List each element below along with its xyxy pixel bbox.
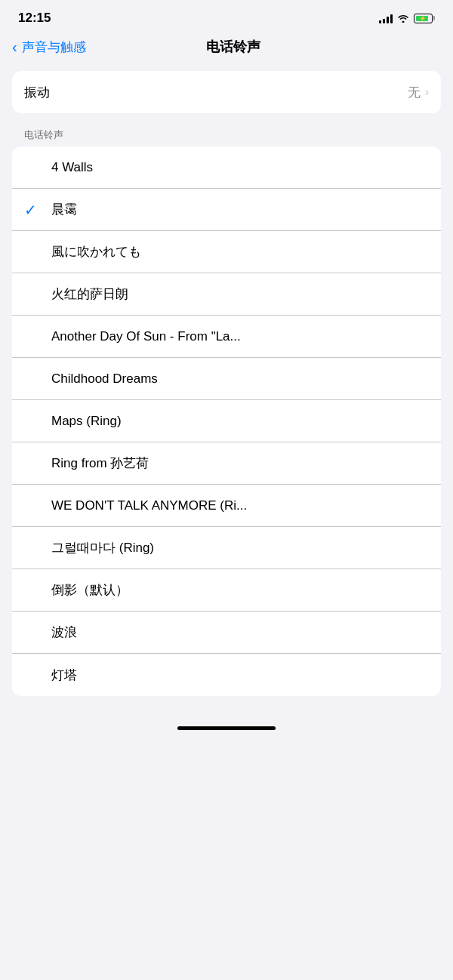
ringtone-name-5: Another Day Of Sun - From "La... <box>51 329 429 344</box>
ringtone-name-8: Ring from 孙艺荷 <box>51 455 429 472</box>
svg-text:⚡: ⚡ <box>419 14 427 22</box>
ringtone-section-label: 电话铃声 <box>12 128 441 146</box>
vibration-card: 振动 无 › <box>12 71 441 113</box>
ringtone-item-13[interactable]: 灯塔 <box>12 654 441 696</box>
wifi-icon <box>397 14 409 23</box>
ringtone-item-6[interactable]: Childhood Dreams <box>12 358 441 400</box>
ringtone-name-3: 風に吹かれても <box>51 243 429 260</box>
home-bar <box>177 726 276 730</box>
ringtone-name-1: 4 Walls <box>51 160 429 175</box>
ringtone-list: 4 Walls ✓ 晨霭 風に吹かれても 火红的萨日朗 Another Day … <box>12 146 441 696</box>
page-title: 电话铃声 <box>86 38 381 56</box>
back-label: 声音与触感 <box>22 39 86 56</box>
ringtone-item-9[interactable]: WE DON'T TALK ANYMORE (Ri... <box>12 485 441 527</box>
ringtone-name-10: 그럴때마다 (Ring) <box>51 539 429 556</box>
vibration-row[interactable]: 振动 无 › <box>12 71 441 113</box>
ringtone-item-12[interactable]: 波浪 <box>12 612 441 654</box>
back-button[interactable]: ‹ 声音与触感 <box>12 39 86 56</box>
ringtone-item-11[interactable]: 倒影（默认） <box>12 569 441 612</box>
signal-icon <box>379 14 393 23</box>
vibration-value: 无 <box>408 84 421 101</box>
vibration-section: 振动 无 › <box>12 71 441 113</box>
ringtone-name-6: Childhood Dreams <box>51 371 429 387</box>
ringtone-item-3[interactable]: 風に吹かれても <box>12 231 441 273</box>
ringtone-name-4: 火红的萨日朗 <box>51 285 429 303</box>
ringtone-item-10[interactable]: 그럴때마다 (Ring) <box>12 527 441 569</box>
checkmark-icon: ✓ <box>24 201 42 219</box>
ringtone-name-13: 灯塔 <box>51 667 429 684</box>
ringtone-item-5[interactable]: Another Day Of Sun - From "La... <box>12 316 441 358</box>
status-icons: ⚡ <box>379 14 435 23</box>
status-bar: 12:15 ⚡ <box>0 0 453 32</box>
ringtone-name-7: Maps (Ring) <box>51 414 429 429</box>
chevron-left-icon: ‹ <box>12 39 17 54</box>
ringtone-item-2[interactable]: ✓ 晨霭 <box>12 189 441 231</box>
ringtone-name-2: 晨霭 <box>51 201 429 218</box>
ringtone-item-1[interactable]: 4 Walls <box>12 146 441 189</box>
ringtone-item-8[interactable]: Ring from 孙艺荷 <box>12 442 441 485</box>
home-indicator <box>0 719 453 736</box>
nav-header: ‹ 声音与触感 电话铃声 <box>0 32 453 65</box>
vibration-label: 振动 <box>24 84 408 101</box>
ringtone-item-7[interactable]: Maps (Ring) <box>12 400 441 442</box>
status-time: 12:15 <box>18 11 51 26</box>
ringtone-name-9: WE DON'T TALK ANYMORE (Ri... <box>51 498 429 513</box>
ringtone-item-4[interactable]: 火红的萨日朗 <box>12 273 441 316</box>
ringtone-name-12: 波浪 <box>51 624 429 641</box>
chevron-right-icon: › <box>425 85 429 99</box>
battery-icon: ⚡ <box>414 14 435 23</box>
ringtone-name-11: 倒影（默认） <box>51 581 429 599</box>
ringtone-section: 电话铃声 4 Walls ✓ 晨霭 風に吹かれても 火红的萨日朗 Another… <box>12 128 441 696</box>
